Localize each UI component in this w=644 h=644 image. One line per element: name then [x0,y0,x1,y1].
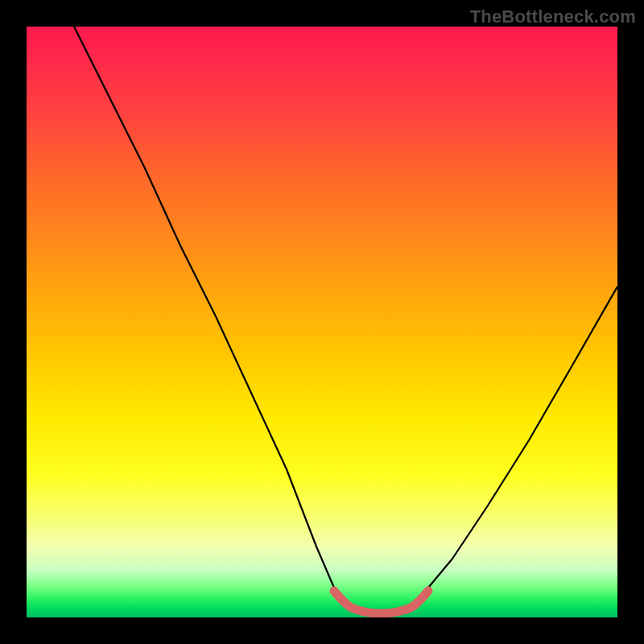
black-curve-line [74,27,617,612]
red-flat-segment [334,591,428,613]
outer-frame: TheBottleneck.com [0,0,644,644]
chart-svg [27,27,617,617]
watermark-label: TheBottleneck.com [470,6,636,27]
plot-area [27,27,617,617]
